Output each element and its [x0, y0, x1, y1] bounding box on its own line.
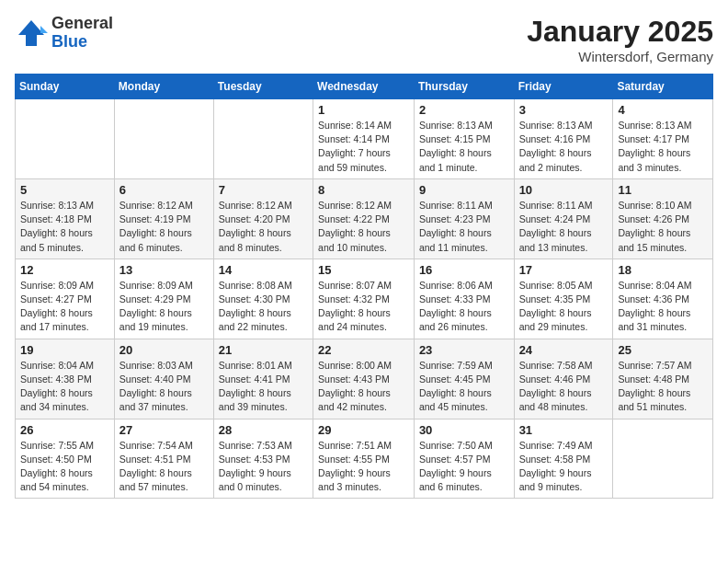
- location: Wintersdorf, Germany: [527, 49, 713, 64]
- calendar-cell: 3Sunrise: 8:13 AMSunset: 4:16 PMDaylight…: [514, 99, 613, 179]
- calendar-week-3: 12Sunrise: 8:09 AMSunset: 4:27 PMDayligh…: [16, 259, 713, 339]
- calendar-cell: 19Sunrise: 8:04 AMSunset: 4:38 PMDayligh…: [16, 339, 115, 419]
- day-number: 28: [219, 423, 308, 437]
- day-number: 7: [219, 183, 308, 197]
- day-info: Sunrise: 8:13 AMSunset: 4:15 PMDaylight:…: [419, 119, 509, 175]
- day-number: 24: [519, 343, 609, 357]
- calendar-cell: 10Sunrise: 8:11 AMSunset: 4:24 PMDayligh…: [514, 178, 613, 259]
- logo-text: General Blue: [51, 15, 113, 52]
- day-info: Sunrise: 7:53 AMSunset: 4:53 PMDaylight:…: [219, 439, 308, 495]
- calendar-cell: 12Sunrise: 8:09 AMSunset: 4:27 PMDayligh…: [16, 259, 115, 339]
- page-header: General Blue January 2025 Wintersdorf, G…: [15, 15, 713, 64]
- day-number: 3: [519, 103, 609, 117]
- day-number: 26: [20, 423, 109, 437]
- day-info: Sunrise: 8:12 AMSunset: 4:20 PMDaylight:…: [219, 199, 308, 255]
- day-number: 17: [519, 263, 609, 277]
- calendar-cell: 26Sunrise: 7:55 AMSunset: 4:50 PMDayligh…: [16, 419, 115, 499]
- calendar-cell: 25Sunrise: 7:57 AMSunset: 4:48 PMDayligh…: [613, 339, 713, 419]
- day-number: 20: [119, 343, 209, 357]
- calendar-cell: 11Sunrise: 8:10 AMSunset: 4:26 PMDayligh…: [613, 178, 713, 259]
- col-header-monday: Monday: [114, 75, 213, 99]
- calendar-cell: 20Sunrise: 8:03 AMSunset: 4:40 PMDayligh…: [114, 339, 213, 419]
- calendar-cell: [16, 99, 115, 179]
- day-number: 1: [318, 103, 409, 117]
- day-info: Sunrise: 8:09 AMSunset: 4:27 PMDaylight:…: [20, 279, 109, 335]
- calendar-cell: 18Sunrise: 8:04 AMSunset: 4:36 PMDayligh…: [613, 259, 713, 339]
- day-number: 29: [318, 423, 409, 437]
- calendar-cell: 9Sunrise: 8:11 AMSunset: 4:23 PMDaylight…: [414, 178, 514, 259]
- day-number: 5: [20, 183, 109, 197]
- calendar-cell: 4Sunrise: 8:13 AMSunset: 4:17 PMDaylight…: [613, 99, 713, 179]
- day-info: Sunrise: 8:12 AMSunset: 4:19 PMDaylight:…: [119, 199, 209, 255]
- calendar-cell: 13Sunrise: 8:09 AMSunset: 4:29 PMDayligh…: [114, 259, 213, 339]
- title-area: January 2025 Wintersdorf, Germany: [527, 15, 713, 64]
- calendar-header-row: SundayMondayTuesdayWednesdayThursdayFrid…: [16, 75, 713, 99]
- day-info: Sunrise: 8:00 AMSunset: 4:43 PMDaylight:…: [318, 359, 409, 415]
- calendar-cell: 30Sunrise: 7:50 AMSunset: 4:57 PMDayligh…: [414, 419, 514, 499]
- day-info: Sunrise: 7:57 AMSunset: 4:48 PMDaylight:…: [618, 359, 708, 415]
- day-number: 13: [119, 263, 209, 277]
- calendar-cell: 15Sunrise: 8:07 AMSunset: 4:32 PMDayligh…: [313, 259, 415, 339]
- calendar-cell: 8Sunrise: 8:12 AMSunset: 4:22 PMDaylight…: [313, 178, 415, 259]
- day-number: 14: [219, 263, 308, 277]
- calendar-cell: 27Sunrise: 7:54 AMSunset: 4:51 PMDayligh…: [114, 419, 213, 499]
- day-number: 30: [419, 423, 509, 437]
- calendar-week-4: 19Sunrise: 8:04 AMSunset: 4:38 PMDayligh…: [16, 339, 713, 419]
- day-number: 15: [318, 263, 409, 277]
- calendar-week-5: 26Sunrise: 7:55 AMSunset: 4:50 PMDayligh…: [16, 419, 713, 499]
- day-number: 6: [119, 183, 209, 197]
- day-info: Sunrise: 7:49 AMSunset: 4:58 PMDaylight:…: [519, 439, 609, 495]
- day-info: Sunrise: 7:55 AMSunset: 4:50 PMDaylight:…: [20, 439, 109, 495]
- calendar-cell: 5Sunrise: 8:13 AMSunset: 4:18 PMDaylight…: [16, 178, 115, 259]
- day-number: 12: [20, 263, 109, 277]
- day-info: Sunrise: 8:11 AMSunset: 4:23 PMDaylight:…: [419, 199, 509, 255]
- day-info: Sunrise: 8:03 AMSunset: 4:40 PMDaylight:…: [119, 359, 209, 415]
- day-number: 9: [419, 183, 509, 197]
- calendar-cell: 16Sunrise: 8:06 AMSunset: 4:33 PMDayligh…: [414, 259, 514, 339]
- day-number: 11: [618, 183, 708, 197]
- col-header-friday: Friday: [514, 75, 613, 99]
- day-info: Sunrise: 7:59 AMSunset: 4:45 PMDaylight:…: [419, 359, 509, 415]
- month-title: January 2025: [527, 15, 713, 49]
- calendar-cell: 7Sunrise: 8:12 AMSunset: 4:20 PMDaylight…: [213, 178, 313, 259]
- day-number: 27: [119, 423, 209, 437]
- day-number: 2: [419, 103, 509, 117]
- day-info: Sunrise: 7:58 AMSunset: 4:46 PMDaylight:…: [519, 359, 609, 415]
- day-info: Sunrise: 8:13 AMSunset: 4:18 PMDaylight:…: [20, 199, 109, 255]
- calendar-cell: [213, 99, 313, 179]
- day-info: Sunrise: 8:08 AMSunset: 4:30 PMDaylight:…: [219, 279, 308, 335]
- day-number: 16: [419, 263, 509, 277]
- calendar-cell: 6Sunrise: 8:12 AMSunset: 4:19 PMDaylight…: [114, 178, 213, 259]
- day-info: Sunrise: 8:13 AMSunset: 4:17 PMDaylight:…: [618, 119, 708, 175]
- calendar-week-2: 5Sunrise: 8:13 AMSunset: 4:18 PMDaylight…: [16, 178, 713, 259]
- calendar-week-1: 1Sunrise: 8:14 AMSunset: 4:14 PMDaylight…: [16, 99, 713, 179]
- day-number: 8: [318, 183, 409, 197]
- day-info: Sunrise: 8:09 AMSunset: 4:29 PMDaylight:…: [119, 279, 209, 335]
- day-number: 21: [219, 343, 308, 357]
- day-info: Sunrise: 8:05 AMSunset: 4:35 PMDaylight:…: [519, 279, 609, 335]
- calendar-cell: 17Sunrise: 8:05 AMSunset: 4:35 PMDayligh…: [514, 259, 613, 339]
- day-info: Sunrise: 8:06 AMSunset: 4:33 PMDaylight:…: [419, 279, 509, 335]
- day-number: 31: [519, 423, 609, 437]
- logo-blue: Blue: [51, 33, 113, 52]
- calendar-table: SundayMondayTuesdayWednesdayThursdayFrid…: [15, 74, 713, 499]
- day-number: 18: [618, 263, 708, 277]
- calendar-cell: 23Sunrise: 7:59 AMSunset: 4:45 PMDayligh…: [414, 339, 514, 419]
- day-info: Sunrise: 7:51 AMSunset: 4:55 PMDaylight:…: [318, 439, 409, 495]
- logo-icon: [15, 17, 48, 50]
- day-number: 10: [519, 183, 609, 197]
- day-info: Sunrise: 8:12 AMSunset: 4:22 PMDaylight:…: [318, 199, 409, 255]
- day-number: 4: [618, 103, 708, 117]
- day-info: Sunrise: 7:54 AMSunset: 4:51 PMDaylight:…: [119, 439, 209, 495]
- day-info: Sunrise: 8:01 AMSunset: 4:41 PMDaylight:…: [219, 359, 308, 415]
- svg-marker-0: [18, 20, 44, 46]
- calendar-cell: 22Sunrise: 8:00 AMSunset: 4:43 PMDayligh…: [313, 339, 415, 419]
- calendar-cell: 28Sunrise: 7:53 AMSunset: 4:53 PMDayligh…: [213, 419, 313, 499]
- calendar-cell: 21Sunrise: 8:01 AMSunset: 4:41 PMDayligh…: [213, 339, 313, 419]
- calendar-cell: [613, 419, 713, 499]
- day-info: Sunrise: 8:13 AMSunset: 4:16 PMDaylight:…: [519, 119, 609, 175]
- logo: General Blue: [15, 15, 113, 52]
- col-header-thursday: Thursday: [414, 75, 514, 99]
- calendar-cell: 31Sunrise: 7:49 AMSunset: 4:58 PMDayligh…: [514, 419, 613, 499]
- col-header-tuesday: Tuesday: [213, 75, 313, 99]
